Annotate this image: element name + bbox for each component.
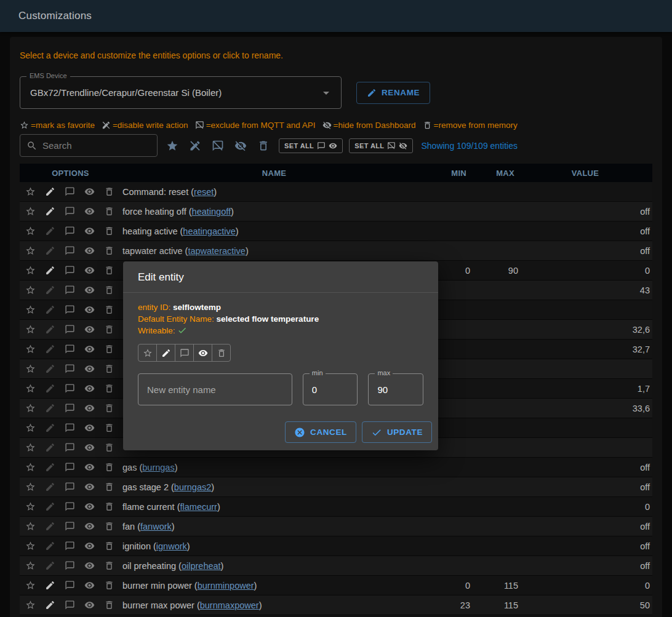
default-name-line: Default Entity Name: selected flow tempe… (138, 313, 423, 325)
entity-id-label: entity ID: (138, 303, 170, 312)
new-entity-name-input[interactable] (138, 384, 292, 395)
min-input[interactable] (303, 384, 358, 395)
comment-icon (180, 348, 190, 358)
write-toggle[interactable] (156, 344, 175, 362)
entity-id-line: entity ID: selflowtemp (138, 301, 423, 313)
min-field: min (303, 373, 358, 405)
new-entity-name-field (138, 373, 292, 405)
writeable-line: Writeable: (138, 325, 423, 336)
cancel-circle-icon (294, 427, 305, 438)
update-button[interactable]: UPDATE (362, 421, 432, 443)
writeable-label: Writeable: (138, 326, 175, 335)
mqtt-exclude-toggle[interactable] (175, 344, 194, 362)
update-label: UPDATE (387, 428, 423, 437)
star-icon (143, 348, 153, 358)
dialog-body: entity ID: selflowtemp Default Entity Na… (123, 293, 438, 405)
cancel-label: CANCEL (310, 428, 347, 437)
edit-entity-dialog: Edit entity entity ID: selflowtemp Defau… (123, 261, 438, 450)
dialog-fields: min max (138, 373, 423, 405)
cancel-button[interactable]: CANCEL (285, 421, 356, 443)
max-field: max (368, 373, 423, 405)
check-icon (371, 427, 382, 438)
pencil-icon (161, 348, 171, 358)
delete-toggle[interactable] (212, 344, 231, 362)
entity-option-toggles (138, 344, 423, 362)
max-input[interactable] (369, 384, 423, 395)
trash-icon (217, 348, 226, 358)
dialog-actions: CANCEL UPDATE (123, 421, 438, 443)
min-field-label: min (310, 369, 326, 376)
dialog-title: Edit entity (123, 261, 438, 293)
default-name-label: Default Entity Name: (138, 314, 214, 324)
max-field-label: max (375, 369, 393, 376)
favorite-toggle[interactable] (138, 344, 157, 362)
visibility-toggle[interactable] (193, 344, 212, 362)
writeable-check-icon (177, 325, 187, 335)
default-name-value: selected flow temperature (217, 314, 319, 324)
eye-icon (198, 348, 208, 358)
entity-id-value: selflowtemp (173, 303, 221, 312)
